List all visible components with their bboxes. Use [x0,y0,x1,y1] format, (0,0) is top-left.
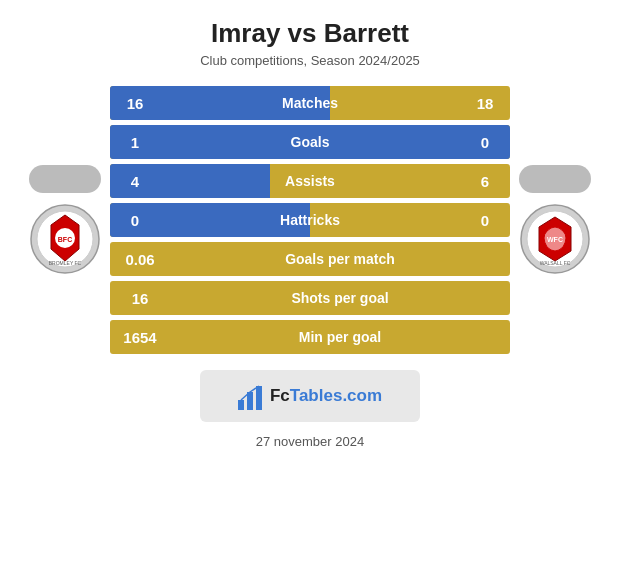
fctables-text: FcTables.com [270,386,382,406]
stat-row-goals: 1 Goals 0 [110,125,510,159]
page-container: Imray vs Barrett Club competitions, Seas… [0,0,620,580]
hattricks-left-val: 0 [110,212,160,229]
svg-text:WALSALL FC: WALSALL FC [540,260,571,266]
stat-row-goals-per-match: 0.06 Goals per match [110,242,510,276]
walsall-crest: WFC WALSALL FC [519,203,591,275]
stat-row-shots-per-goal: 16 Shots per goal [110,281,510,315]
hattricks-label: Hattricks [160,212,460,228]
left-team-logo-area: BFC BROMLEY FC [20,165,110,275]
hattricks-right-val: 0 [460,212,510,229]
goals-right-val: 0 [460,134,510,151]
date-label: 27 november 2024 [256,434,364,449]
matches-left-val: 16 [110,95,160,112]
assists-label: Assists [160,173,460,189]
goals-label: Goals [160,134,460,150]
shots-per-goal-val: 16 [110,290,170,307]
stat-row-hattricks: 0 Hattricks 0 [110,203,510,237]
assists-right-val: 6 [460,173,510,190]
stat-row-min-per-goal: 1654 Min per goal [110,320,510,354]
matches-right-val: 18 [460,95,510,112]
svg-text:WFC: WFC [547,236,563,243]
right-team-badge-top [519,165,591,193]
svg-rect-11 [256,386,262,410]
goals-per-match-label: Goals per match [170,251,510,267]
goals-left-val: 1 [110,134,160,151]
fctables-icon [238,382,262,410]
min-per-goal-val: 1654 [110,329,170,346]
fctables-logo-box: FcTables.com [200,370,420,422]
stats-section: 16 Matches 18 1 Goals 0 4 Assists 6 [110,86,510,354]
subtitle: Club competitions, Season 2024/2025 [200,53,420,68]
svg-text:BFC: BFC [58,236,72,243]
bromley-crest: BFC BROMLEY FC [29,203,101,275]
goals-per-match-val: 0.06 [110,251,170,268]
left-team-badge-top [29,165,101,193]
right-team-logo-area: WFC WALSALL FC [510,165,600,275]
svg-rect-9 [238,400,244,410]
matches-label: Matches [160,95,460,111]
assists-left-val: 4 [110,173,160,190]
stat-row-matches: 16 Matches 18 [110,86,510,120]
shots-per-goal-label: Shots per goal [170,290,510,306]
svg-text:BROMLEY FC: BROMLEY FC [49,260,82,266]
stat-row-assists: 4 Assists 6 [110,164,510,198]
min-per-goal-label: Min per goal [170,329,510,345]
fctables-blue-text: Tables.com [290,386,382,405]
main-section: BFC BROMLEY FC 16 Matches 18 1 Goals 0 [20,86,600,354]
page-title: Imray vs Barrett [211,18,409,49]
